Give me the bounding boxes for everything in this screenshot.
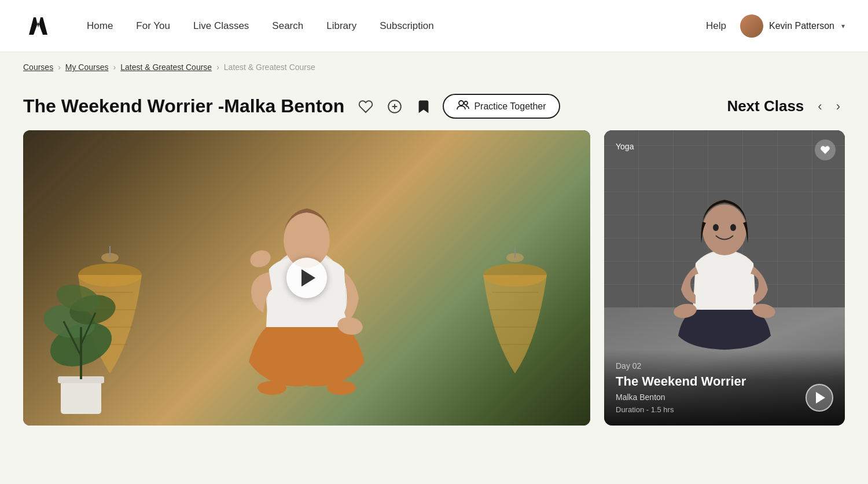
svg-point-36 (730, 224, 736, 231)
nav-subscription[interactable]: Subscription (380, 20, 434, 32)
breadcrumb-latest-course[interactable]: Latest & Greatest Course (120, 63, 212, 72)
next-button[interactable]: › (832, 97, 845, 116)
help-link[interactable]: Help (706, 20, 726, 32)
next-class-card[interactable]: Yoga Day 02 The Weekend Worrier Malka Be… (604, 130, 845, 426)
nav-for-you[interactable]: For You (136, 20, 170, 32)
plant-left (35, 240, 127, 426)
title-row: The Weekend Worrier -Malka Benton (23, 94, 845, 119)
user-name: Kevin Patterson (769, 21, 834, 31)
bookmark-icon (416, 99, 431, 114)
svg-point-4 (464, 101, 468, 105)
nav-arrows: ‹ › (813, 97, 845, 116)
card-day: Day 02 (616, 361, 833, 371)
svg-point-3 (459, 101, 464, 105)
avatar (740, 14, 763, 38)
navbar: Home For You Live Classes Search Library… (0, 0, 868, 52)
group-icon (457, 100, 469, 110)
breadcrumb-current: Latest & Greatest Course (224, 63, 315, 72)
play-button[interactable] (286, 258, 327, 298)
nav-library[interactable]: Library (326, 20, 356, 32)
practice-together-button[interactable]: Practice Together (443, 94, 560, 119)
title-actions: Practice Together (356, 94, 727, 119)
bc-sep-2: › (113, 63, 116, 72)
svg-point-21 (248, 248, 273, 270)
svg-point-22 (258, 381, 286, 395)
logo[interactable] (23, 12, 52, 41)
content-area: Yoga Day 02 The Weekend Worrier Malka Be… (23, 130, 845, 426)
card-person (649, 188, 800, 350)
svg-point-35 (713, 224, 719, 231)
next-class-section: Next Class ‹ › (727, 97, 845, 116)
nav-search[interactable]: Search (272, 20, 303, 32)
svg-rect-25 (61, 379, 101, 414)
nav-live-classes[interactable]: Live Classes (193, 20, 249, 32)
breadcrumb: Courses › My Courses › Latest & Greatest… (0, 52, 868, 82)
nav-right: Help Kevin Patterson ▾ (706, 14, 845, 38)
favorite-button[interactable] (356, 97, 376, 116)
card-play-button[interactable] (806, 384, 833, 412)
prev-button[interactable]: ‹ (813, 97, 826, 116)
practice-together-icon (457, 100, 469, 113)
card-title: The Weekend Worrier (616, 374, 833, 389)
plus-circle-icon (387, 99, 402, 114)
user-chevron: ▾ (841, 22, 845, 30)
video-player[interactable] (23, 130, 590, 426)
avatar-image (740, 14, 763, 38)
card-heart-icon (820, 145, 830, 155)
card-favorite-button[interactable] (815, 140, 836, 160)
card-instructor: Malka Benton (616, 393, 833, 402)
breadcrumb-my-courses[interactable]: My Courses (65, 63, 109, 72)
lamp-right (475, 246, 556, 391)
add-button[interactable] (385, 97, 404, 116)
bc-sep-3: › (216, 63, 219, 72)
course-title: The Weekend Worrier -Malka Benton (23, 96, 344, 117)
card-tag: Yoga (616, 142, 634, 151)
nav-home[interactable]: Home (87, 20, 113, 32)
card-duration: Duration - 1.5 hrs (616, 405, 833, 414)
heart-icon (358, 99, 373, 114)
next-class-label: Next Class (727, 97, 804, 115)
svg-point-23 (327, 381, 356, 395)
nav-links: Home For You Live Classes Search Library… (87, 20, 706, 32)
main-content: The Weekend Worrier -Malka Benton (0, 82, 868, 449)
breadcrumb-courses[interactable]: Courses (23, 63, 53, 72)
practice-together-label: Practice Together (474, 101, 546, 112)
bookmark-button[interactable] (414, 97, 433, 116)
svg-point-34 (703, 204, 746, 255)
bc-sep-1: › (58, 63, 61, 72)
user-area[interactable]: Kevin Patterson ▾ (740, 14, 845, 38)
